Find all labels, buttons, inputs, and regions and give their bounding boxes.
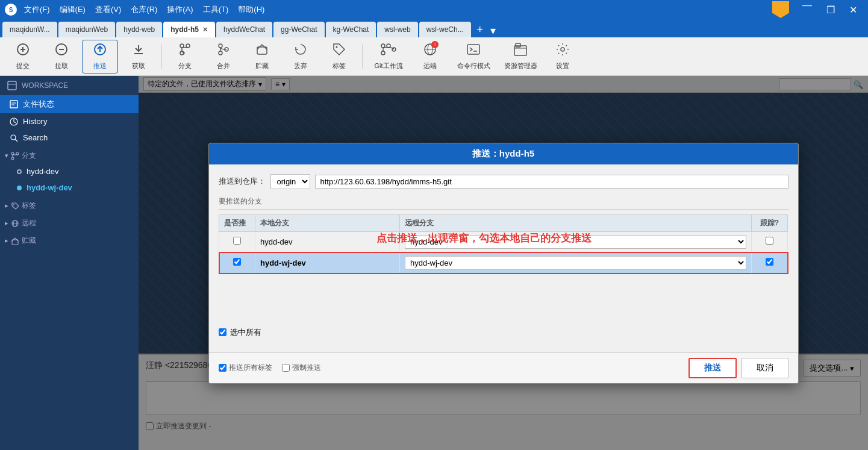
stash-icon — [255, 42, 269, 59]
col-local-header: 本地分支 — [255, 214, 400, 231]
push-modal: 推送：hydd-h5 推送到仓库： origin 要推送的分支 — [208, 143, 799, 384]
close-button[interactable]: ✕ — [843, 0, 863, 19]
push-all-tags-label[interactable]: 推送所有标签 — [219, 363, 272, 373]
svg-point-41 — [11, 157, 14, 160]
select-all-row: 选中所有 — [219, 322, 788, 343]
toolbar-stash-button[interactable]: 贮藏 — [244, 40, 280, 73]
push-icon — [93, 42, 107, 59]
toolbar-sep-1 — [161, 45, 162, 69]
sidebar-item-file-status[interactable]: 文件状态 — [0, 95, 139, 113]
flag-icon — [772, 1, 789, 18]
menu-repo[interactable]: 仓库(R) — [131, 4, 157, 15]
sidebar-remote-header[interactable]: ▸ 远程 — [0, 213, 139, 231]
toolbar-commit-button[interactable]: 提交 — [5, 40, 41, 73]
origin-select[interactable]: origin — [270, 174, 310, 189]
sidebar-stash-header[interactable]: ▸ 贮藏 — [0, 231, 139, 248]
tab-gg-wechat[interactable]: gg-WeChat — [273, 22, 324, 37]
select-all-checkbox[interactable] — [219, 328, 226, 336]
menu-action[interactable]: 操作(A) — [167, 4, 193, 15]
menu-tools[interactable]: 工具(T) — [203, 4, 229, 15]
force-push-checkbox[interactable] — [282, 364, 290, 372]
local-branch-name-1: hydd-dev — [255, 231, 400, 252]
toolbar-merge-button[interactable]: 合并 — [205, 40, 242, 73]
csdn-watermark: CSDN @花在... — [819, 439, 866, 448]
tab-wsl-web[interactable]: wsl-web — [377, 22, 417, 37]
branch-push-checkbox-1[interactable] — [233, 237, 241, 245]
settings-icon — [555, 42, 570, 59]
table-row: hydd-wj-dev hydd-wj-dev — [219, 252, 788, 273]
sidebar-item-history[interactable]: History — [0, 113, 139, 130]
toolbar-terminal-button[interactable]: 命令行模式 — [451, 40, 496, 73]
menu-view[interactable]: 查看(V) — [95, 4, 121, 15]
sidebar-item-search[interactable]: Search — [0, 130, 139, 146]
force-push-label[interactable]: 强制推送 — [282, 363, 321, 373]
tab-add-button[interactable]: + — [472, 22, 488, 37]
app-logo: S — [5, 4, 17, 16]
svg-point-13 — [219, 51, 222, 55]
svg-point-37 — [11, 135, 16, 140]
sidebar-item-hydd-dev[interactable]: hydd-dev — [0, 163, 139, 180]
sidebar: WORKSPACE 文件状态 History Search ▾ 分支 hydd-… — [0, 76, 139, 450]
push-confirm-button[interactable]: 推送 — [688, 358, 737, 378]
toolbar-settings-button[interactable]: 设置 — [545, 40, 581, 73]
svg-rect-29 — [516, 43, 520, 47]
track-checkbox-2[interactable] — [766, 258, 773, 266]
tab-wsl-wech[interactable]: wsl-weCh... — [419, 22, 471, 37]
restore-button[interactable]: ❐ — [820, 0, 841, 19]
sidebar-tags-header[interactable]: ▸ 标签 — [0, 196, 139, 213]
menu-help[interactable]: 帮助(H) — [238, 4, 264, 15]
remote-branch-select-1[interactable]: hydd-dev — [405, 235, 746, 249]
toolbar-push-button[interactable]: 推送 — [82, 40, 118, 73]
commit-icon — [16, 42, 30, 59]
minimize-button[interactable]: — — [796, 0, 818, 19]
svg-point-20 — [387, 44, 390, 48]
tag-icon — [332, 42, 346, 59]
menu-file[interactable]: 文件(F) — [24, 4, 50, 15]
toolbar: 提交 拉取 推送 获取 分支 合并 — [0, 37, 868, 76]
content-area: 待定的文件，已使用文件状态排序 ▾ ≡ ▾ 🔍 汪静 <2215296809@q… — [139, 76, 868, 450]
svg-point-30 — [561, 48, 564, 51]
title-bar-menu[interactable]: 文件(F) 编辑(E) 查看(V) 仓库(R) 操作(A) 工具(T) 帮助(H… — [24, 4, 264, 15]
track-checkbox-1[interactable] — [766, 237, 773, 245]
toolbar-pull-button[interactable]: 拉取 — [43, 40, 80, 73]
menu-edit[interactable]: 编辑(E) — [60, 4, 86, 15]
toolbar-discard-button[interactable]: 丢弃 — [283, 40, 319, 73]
branches-section-title: 要推送的分支 — [219, 196, 788, 210]
svg-line-38 — [15, 139, 17, 142]
gitflow-icon — [380, 42, 397, 59]
tab-close-icon[interactable]: ✕ — [202, 26, 208, 34]
branch-push-checkbox-2[interactable] — [233, 258, 241, 266]
tab-hydd-h5[interactable]: hydd-h5 ✕ — [163, 22, 215, 37]
tab-hydd-web[interactable]: hydd-web — [116, 22, 162, 37]
svg-point-39 — [11, 152, 14, 155]
sidebar-item-hydd-wj-dev[interactable]: hydd-wj-dev — [0, 180, 139, 196]
tab-list-button[interactable]: ▾ — [488, 24, 498, 37]
toolbar-sep-2 — [362, 45, 363, 69]
toolbar-gitflow-button[interactable]: Git工作流 — [367, 40, 410, 73]
repo-url-input[interactable] — [315, 175, 788, 189]
tab-maqidunweb[interactable]: maqidunWeb — [58, 22, 116, 37]
sidebar-branches-header[interactable]: ▾ 分支 — [0, 146, 139, 163]
toolbar-branch-button[interactable]: 分支 — [167, 40, 203, 73]
tab-hyddwechat[interactable]: hyddWeChat — [216, 22, 272, 37]
toolbar-remote-button[interactable]: ! 远端 — [412, 40, 448, 73]
modal-footer-buttons: 推送 取消 — [688, 358, 788, 378]
col-push-header: 是否推 — [219, 214, 255, 231]
svg-point-19 — [381, 51, 385, 55]
cancel-button[interactable]: 取消 — [742, 358, 788, 378]
modal-footer-options: 推送所有标签 强制推送 — [219, 363, 679, 373]
tab-maqidunw[interactable]: maqidunW... — [2, 22, 57, 37]
discard-icon — [293, 42, 308, 59]
toolbar-tag-button[interactable]: 标签 — [321, 40, 357, 73]
svg-rect-33 — [10, 101, 17, 108]
title-bar: S 文件(F) 编辑(E) 查看(V) 仓库(R) 操作(A) 工具(T) 帮助… — [0, 0, 868, 19]
tab-kg-wechat[interactable]: kg-WeChat — [326, 22, 376, 37]
main-area: WORKSPACE 文件状态 History Search ▾ 分支 hydd-… — [0, 76, 868, 450]
push-to-label: 推送到仓库： — [219, 176, 266, 187]
toolbar-fetch-button[interactable]: 获取 — [120, 40, 157, 73]
branch-circle-icon — [17, 169, 22, 174]
toolbar-explorer-button[interactable]: 资源管理器 — [499, 40, 542, 73]
remote-branch-select-2[interactable]: hydd-wj-dev — [405, 256, 746, 270]
col-track-header: 跟踪? — [752, 214, 788, 231]
push-all-tags-checkbox[interactable] — [219, 364, 226, 372]
